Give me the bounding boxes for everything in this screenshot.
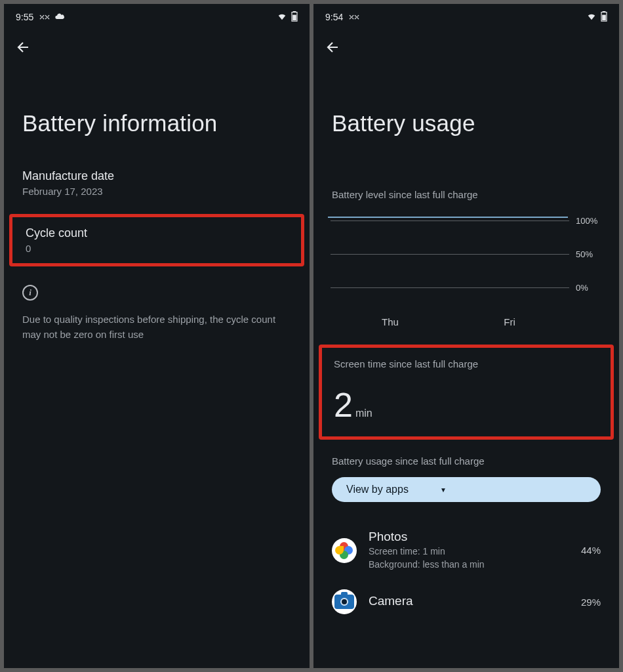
battery-status-icon [601,11,607,24]
manufacture-label: Manufacture date [22,169,291,183]
cloud-icon [54,11,65,24]
chip-label: View by apps [346,484,409,495]
screen-time-unit: min [355,408,372,419]
screen-time-label: Screen time since last full charge [334,358,599,369]
back-button[interactable] [16,46,31,57]
manufacture-value: February 17, 2023 [22,186,291,197]
status-time: 9:54 [325,12,343,22]
status-bar: 9:54 ⤫⤬ [313,4,619,25]
status-time: 9:55 [16,12,33,22]
info-icon: i [22,285,38,301]
y-tick-100: 100% [576,216,602,226]
photos-icon [332,538,357,563]
cycle-count-label: Cycle count [26,226,288,240]
y-tick-50: 50% [576,249,602,259]
chevron-down-icon: ▼ [440,486,447,494]
svg-rect-5 [602,14,606,20]
battery-chart: 100% 50% 0% Thu Fri [313,209,619,327]
svg-rect-2 [292,14,296,20]
shuffle-icon: ⤫⤬ [39,12,49,22]
app-percent: 29% [581,597,601,608]
app-row-camera[interactable]: Camera 29% [313,580,619,623]
battery-status-icon [291,11,298,24]
app-name: Camera [369,594,569,608]
screen-time-highlight: Screen time since last full charge 2 min [319,345,614,440]
status-bar: 9:55 ⤫⤬ [4,4,310,25]
cycle-count-note: Due to quality inspections before shippi… [4,306,310,342]
x-tick-thu: Thu [331,316,450,327]
screen-time-value: 2 [334,388,353,422]
manufacture-date-row: Manufacture date February 17, 2023 [4,169,310,214]
usage-section-label: Battery usage since last full charge [313,446,619,477]
page-title: Battery usage [313,58,619,169]
app-sub-line1: Screen time: 1 min [369,545,569,558]
back-button[interactable] [325,46,341,57]
page-title: Battery information [4,58,310,169]
app-percent: 44% [581,545,601,556]
phone-left: 9:55 ⤫⤬ Battery information Manufacture … [4,4,310,668]
cycle-count-highlight: Cycle count 0 [9,214,304,266]
app-name: Photos [369,530,569,544]
app-row-photos[interactable]: Photos Screen time: 1 min Background: le… [313,520,619,580]
app-sub-line2: Background: less than a min [369,558,569,572]
chart-label: Battery level since last full charge [313,169,619,209]
phone-right: 9:54 ⤫⤬ Battery usage Battery level sinc… [313,4,619,668]
wifi-icon [277,12,287,23]
y-tick-0: 0% [576,283,602,293]
shuffle-icon: ⤫⤬ [348,12,359,22]
wifi-icon [586,12,597,23]
x-tick-fri: Fri [450,316,569,327]
chart-line-series [328,217,568,218]
view-by-apps-chip[interactable]: View by apps ▼ [332,477,601,502]
camera-icon [332,589,357,614]
cycle-count-value: 0 [26,243,288,254]
